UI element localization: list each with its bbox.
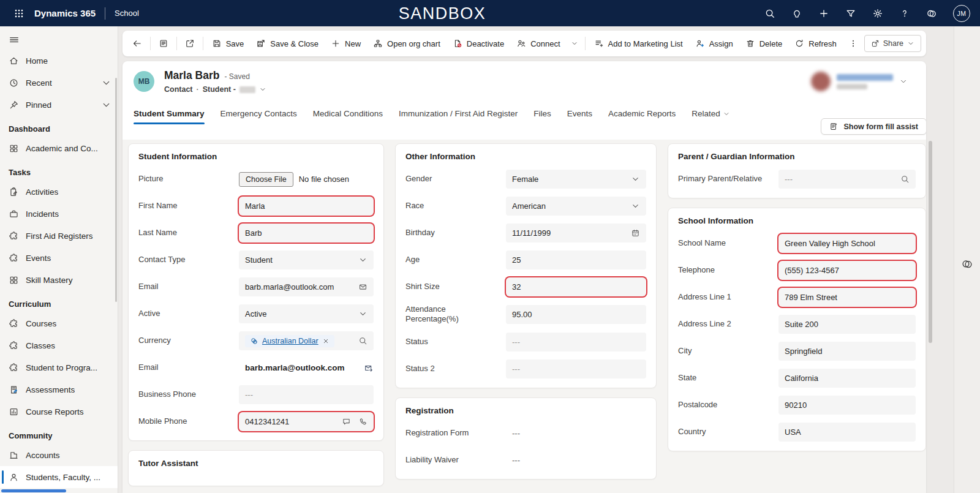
sidebar-item-student-to-progra[interactable]: Student to Progra... [0, 356, 118, 378]
form-switcher-chevron[interactable] [259, 86, 266, 93]
field-input-first-name[interactable]: Marla [239, 197, 374, 216]
search-button[interactable] [764, 8, 775, 19]
field-input-shirt-size[interactable]: 32 [506, 277, 646, 296]
record-avatar[interactable]: MB [134, 71, 154, 92]
add-to-marketing-list-button[interactable]: Add to Marketing List [589, 34, 688, 53]
delete-button[interactable]: Delete [740, 34, 788, 53]
sidebar-item-recent[interactable]: Recent [0, 72, 118, 94]
sidebar-item-first-aid-registers[interactable]: First Aid Registers [0, 225, 118, 247]
sidebar-item-incidents[interactable]: Incidents [0, 203, 118, 225]
field-input-email[interactable]: barb.marla@outlook.com [239, 277, 374, 296]
sidebar-item-events[interactable]: Events [0, 247, 118, 269]
form-name-label[interactable]: Student - [203, 85, 236, 94]
field-input-gender[interactable]: Female [506, 170, 646, 189]
field-input-birthday[interactable]: 11/11/1999 [506, 224, 646, 243]
field-input-address-line-1[interactable]: 789 Elm Street [778, 288, 916, 307]
tab-student-summary[interactable]: Student Summary [134, 109, 205, 124]
chevron-down-icon[interactable] [358, 255, 368, 265]
save-button[interactable]: Save [206, 34, 250, 53]
field-input-status-2[interactable]: --- [506, 359, 646, 378]
chevron-down-icon[interactable] [101, 100, 111, 110]
lookup-input[interactable]: Australian Dollar [239, 331, 374, 350]
sidebar-item-assessments[interactable]: Assessments [0, 378, 118, 401]
app-launcher-waffle-icon[interactable] [10, 4, 28, 23]
search-icon[interactable] [900, 175, 910, 184]
refresh-button[interactable]: Refresh [789, 34, 842, 53]
field-input-postalcode[interactable]: 90210 [778, 396, 916, 415]
header-fields-chevron[interactable] [899, 77, 908, 86]
field-input-country[interactable]: USA [778, 423, 916, 442]
user-avatar[interactable]: JM [953, 5, 970, 22]
field-input-contact-type[interactable]: Student [239, 250, 374, 269]
field-input-active[interactable]: Active [239, 304, 374, 323]
tab-related[interactable]: Related [692, 109, 730, 124]
choose-file-button[interactable]: Choose File [239, 172, 293, 187]
field-input-attendance-percentage[interactable]: 95.00 [506, 305, 646, 324]
sidebar-item-skill-mastery[interactable]: Skill Mastery [0, 269, 118, 291]
sidebar-item-students-faculty[interactable]: Students, Faculty, ... [0, 466, 118, 488]
send-icon[interactable] [364, 363, 374, 373]
field-input-address-line-2[interactable]: Suite 200 [778, 315, 916, 334]
search-icon[interactable] [358, 336, 368, 345]
settings-gear-button[interactable] [872, 8, 883, 19]
brand-title[interactable]: Dynamics 365 [34, 8, 96, 18]
field-input-telephone[interactable]: (555) 123-4567 [778, 261, 916, 280]
filter-button[interactable] [845, 8, 856, 19]
field-input-state[interactable]: California [778, 369, 916, 388]
field-input-age[interactable]: 25 [506, 250, 646, 269]
help-button[interactable] [899, 8, 910, 19]
owner-field[interactable] [811, 72, 908, 91]
chevron-down-icon[interactable] [101, 78, 111, 88]
sidebar-item-activities[interactable]: Activities [0, 181, 118, 203]
tab-medical-conditions[interactable]: Medical Conditions [313, 109, 383, 124]
sidebar-collapse-icon[interactable] [4, 30, 24, 50]
chevron-down-icon[interactable] [358, 309, 368, 318]
connect-flyout-chevron[interactable] [567, 34, 582, 53]
phone-icon[interactable] [358, 417, 368, 426]
back-button[interactable] [127, 34, 147, 53]
chevron-down-icon[interactable] [631, 201, 640, 211]
sidebar-item-course-reports[interactable]: Course Reports [0, 401, 118, 423]
open-org-chart-button[interactable]: Open org chart [368, 34, 446, 53]
x-icon[interactable] [322, 337, 330, 345]
quick-create-button[interactable] [818, 8, 829, 19]
field-input-race[interactable]: American [506, 197, 646, 216]
field-input-business-phone[interactable]: --- [239, 385, 374, 404]
ideas-button[interactable] [791, 8, 802, 19]
chat-icon[interactable] [342, 417, 351, 426]
horizontal-scrollbar-thumb[interactable] [1, 489, 66, 492]
save-and-close-button[interactable]: Save & Close [251, 34, 324, 53]
form-selector-button[interactable] [154, 34, 173, 53]
sidebar-item-courses[interactable]: Courses [0, 312, 118, 334]
chevron-down-icon[interactable] [631, 175, 640, 184]
mail-icon[interactable] [358, 282, 368, 292]
calendar-icon[interactable] [631, 228, 640, 238]
copilot-panel-button[interactable] [961, 34, 973, 493]
app-name[interactable]: School [115, 9, 139, 18]
field-input-status[interactable]: --- [506, 333, 646, 352]
tab-emergency-contacts[interactable]: Emergency Contacts [221, 109, 297, 124]
sidebar-item-academic-and-co[interactable]: Academic and Co... [0, 137, 118, 159]
main-scrollbar-thumb[interactable] [929, 141, 932, 343]
tab-academic-reports[interactable]: Academic Reports [608, 109, 676, 124]
tab-files[interactable]: Files [533, 109, 551, 124]
tab-events[interactable]: Events [567, 109, 592, 124]
sidebar-scrollbar[interactable] [115, 78, 117, 302]
deactivate-button[interactable]: Deactivate [447, 34, 510, 53]
sidebar-item-accounts[interactable]: Accounts [0, 444, 118, 466]
copilot-button[interactable] [926, 8, 937, 19]
field-input-last-name[interactable]: Barb [239, 224, 374, 243]
form-fill-assist-button[interactable]: Show form fill assist [821, 118, 926, 135]
sidebar-item-home[interactable]: Home [0, 50, 118, 72]
assign-button[interactable]: Assign [690, 34, 739, 53]
open-in-new-window-button[interactable] [180, 34, 200, 53]
new-button[interactable]: New [325, 34, 366, 53]
connect-button[interactable]: Connect [511, 34, 565, 53]
share-button[interactable]: Share [864, 35, 921, 52]
sidebar-item-classes[interactable]: Classes [0, 334, 118, 356]
lookup-record-link[interactable]: Australian Dollar [262, 337, 318, 345]
more-commands-button[interactable] [843, 34, 863, 53]
field-input-city[interactable]: Springfield [778, 342, 916, 361]
field-input-school-name[interactable]: Green Valley High School [778, 234, 916, 253]
field-input-primary-parent-relative[interactable]: --- [778, 170, 916, 189]
